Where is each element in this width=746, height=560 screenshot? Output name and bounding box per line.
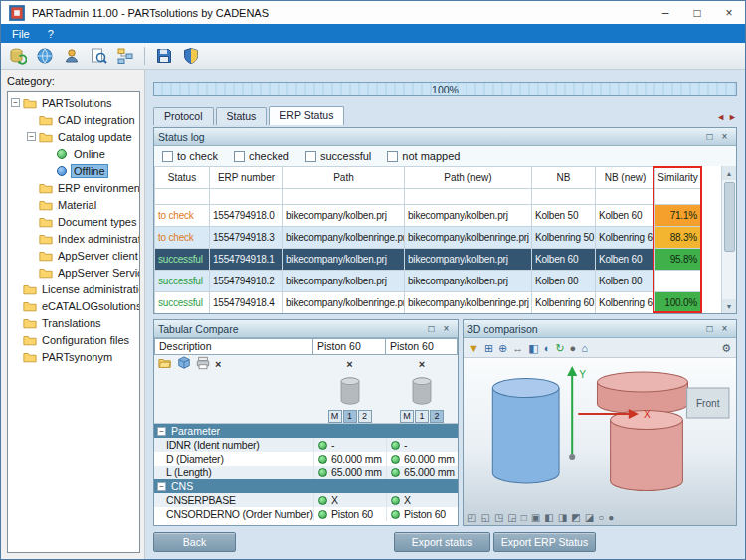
export-status-button[interactable]: Export status (394, 532, 490, 552)
tab-scroll-right-icon[interactable]: ► (728, 112, 737, 122)
view-mode-m-button[interactable]: M (400, 410, 414, 423)
table-row[interactable]: successful 1554794918.4 bikecompany/kolb… (155, 292, 701, 314)
folder-structure-icon[interactable] (115, 46, 135, 66)
measure-icon[interactable]: ↔ (512, 342, 523, 354)
remove-part-2-icon[interactable]: × (386, 355, 458, 373)
maximize-panel-icon[interactable]: □ (702, 323, 717, 334)
view-left-icon[interactable]: ◳ (494, 512, 503, 523)
checkbox-successful[interactable] (305, 151, 316, 162)
view-mode-1-button[interactable]: 1 (415, 410, 429, 423)
user-icon[interactable] (62, 46, 82, 66)
cad-model-icon[interactable] (177, 356, 191, 372)
tab-erp-status[interactable]: ERP Status (269, 106, 344, 125)
view-iso-icon[interactable]: ◧ (544, 512, 553, 523)
parameter-row[interactable]: CNSORDERNO (Order Number) Piston 60 Pist… (154, 507, 458, 521)
tree-item-partsynonym[interactable]: PARTsynonym (8, 348, 139, 365)
parameter-row[interactable]: IDNR (Ident number) - - (154, 438, 458, 452)
parameter-row[interactable]: D (Diameter) 60.000 mm 60.000 mm (154, 452, 458, 466)
view-mode-2-button[interactable]: 2 (358, 410, 372, 423)
wireframe-icon[interactable]: ◪ (585, 512, 594, 523)
remove-part-1-icon[interactable]: × (313, 355, 386, 373)
close-panel-icon[interactable]: × (439, 323, 454, 334)
parameter-row[interactable]: CNSERPBASE X X (154, 493, 458, 507)
checkbox-not-mapped[interactable] (387, 151, 398, 162)
filter-cell[interactable] (596, 189, 655, 205)
view-top-icon[interactable]: ◰ (467, 512, 476, 523)
print-icon[interactable] (196, 356, 210, 372)
3d-viewport[interactable]: Y X Front (464, 358, 736, 525)
export-erp-status-button[interactable]: Export ERP Status (493, 532, 596, 552)
home-view-icon[interactable]: ⌂ (581, 342, 588, 354)
menu-file[interactable]: File (3, 26, 39, 42)
parameter-row[interactable]: L (Length) 65.000 mm 65.000 mm (154, 466, 458, 479)
ortho-icon[interactable]: ● (608, 512, 614, 523)
section-parameter[interactable]: −Parameter (154, 424, 458, 438)
column-header-nb-new[interactable]: NB (new) (596, 167, 655, 189)
vertical-scrollbar[interactable]: ▲ ▼ (721, 166, 736, 313)
perspective-icon[interactable]: ○ (598, 512, 604, 523)
tree-item-translations[interactable]: Translations (8, 314, 139, 331)
tree-item-license-administration[interactable]: License administration (8, 280, 139, 297)
filter-cell[interactable] (155, 189, 210, 205)
tree-item-cad-integration[interactable]: CAD integration (8, 111, 139, 128)
catalog-update-icon[interactable] (8, 46, 28, 66)
column-header-erp-number[interactable]: ERP number (210, 167, 283, 189)
tree-item-catalog-update[interactable]: −Catalog update (8, 128, 139, 145)
tree-item-configuration-files[interactable]: Configuration files (8, 331, 139, 348)
settings-gear-icon[interactable]: ⚙ (721, 342, 731, 354)
scroll-down-icon[interactable]: ▼ (722, 299, 736, 313)
view-bottom-icon[interactable]: ◱ (480, 512, 489, 523)
column-header-nb[interactable]: NB (532, 167, 596, 189)
close-compare-icon[interactable]: × (215, 358, 221, 370)
shading-icon[interactable]: ◩ (571, 512, 580, 523)
checkbox-to-check[interactable] (162, 151, 173, 162)
column-header-similarity[interactable]: Similarity (655, 167, 701, 189)
tree-item-appserver-service[interactable]: AppServer Service (8, 264, 139, 280)
column-header-path[interactable]: Path (283, 167, 405, 189)
tab-scroll-left-icon[interactable]: ◄ (716, 112, 725, 122)
security-shield-icon[interactable] (181, 46, 201, 66)
collapse-icon[interactable]: − (27, 132, 36, 141)
maximize-panel-icon[interactable]: □ (424, 323, 439, 334)
scroll-up-icon[interactable]: ▲ (722, 166, 736, 180)
tree-item-online[interactable]: Online (8, 145, 139, 162)
tree-item-material[interactable]: Material (8, 196, 139, 213)
transparency-icon[interactable]: ◐ (544, 342, 551, 354)
filter-cell[interactable] (655, 189, 701, 205)
collapse-section-icon[interactable]: − (157, 482, 166, 491)
close-panel-icon[interactable]: × (717, 323, 732, 334)
tree-item-document-types[interactable]: Document types (8, 213, 139, 230)
maximize-panel-icon[interactable]: □ (702, 131, 717, 142)
maximize-icon[interactable]: □ (681, 1, 713, 24)
view-mode-2-button[interactable]: 2 (430, 410, 444, 423)
tree-item-erp-environment[interactable]: ERP environment (8, 179, 139, 196)
checkbox-checked[interactable] (234, 151, 245, 162)
view-mode-m-button[interactable]: M (328, 410, 342, 423)
view-iso2-icon[interactable]: ◨ (558, 512, 567, 523)
filter-cell[interactable] (405, 189, 532, 205)
view-right-icon[interactable]: ◲ (507, 512, 516, 523)
tab-status[interactable]: Status (216, 107, 268, 125)
rotate-icon[interactable]: ↻ (555, 342, 564, 354)
filter-cell[interactable] (532, 189, 596, 205)
open-folder-icon[interactable] (158, 356, 172, 372)
tree-item-offline[interactable]: Offline (8, 162, 139, 179)
table-row-selected[interactable]: successful 1554794918.1 bikecompany/kolb… (155, 249, 701, 271)
tree-item-partsolutions[interactable]: −PARTsolutions (8, 94, 139, 111)
minimize-icon[interactable]: – (650, 1, 681, 24)
collapse-icon[interactable]: − (11, 98, 20, 107)
close-panel-icon[interactable]: × (717, 131, 732, 142)
section-icon[interactable]: ◧ (528, 342, 538, 354)
scrollbar-thumb[interactable] (724, 182, 735, 252)
filter-icon[interactable]: ▼ (468, 342, 479, 354)
fit-view-icon[interactable]: ⊞ (484, 342, 493, 354)
tab-protocol[interactable]: Protocol (153, 107, 214, 125)
table-row[interactable]: to check 1554794918.3 bikecompany/kolben… (155, 227, 701, 249)
back-button[interactable]: Back (153, 532, 236, 552)
zoom-icon[interactable]: ⊕ (498, 342, 507, 354)
filter-cell[interactable] (210, 189, 283, 205)
online-globe-icon[interactable] (35, 46, 55, 66)
camera-icon[interactable]: ● (570, 342, 577, 354)
save-icon[interactable] (154, 46, 174, 66)
section-cns[interactable]: −CNS (154, 479, 458, 493)
